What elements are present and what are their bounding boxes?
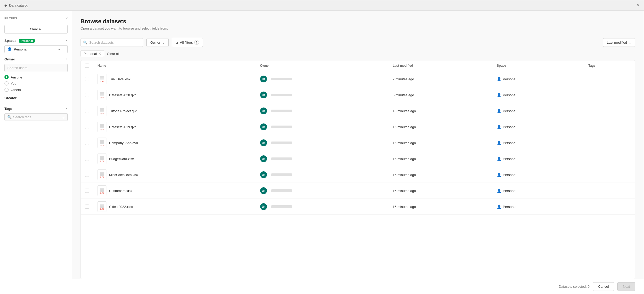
sidebar: FILTERS × Clear all Spaces Personal ∧ 👤 … (0, 11, 72, 294)
spaces-section-title: Spaces (4, 39, 16, 43)
row-owner-cell: JK (256, 183, 389, 199)
spaces-section-header[interactable]: Spaces Personal ∧ (4, 39, 68, 43)
clear-all-button[interactable]: Clear all (4, 25, 68, 33)
row-checkbox[interactable] (85, 205, 89, 209)
last-modified-column-header: Last modified (389, 60, 493, 71)
owner-others-option[interactable]: Others (4, 88, 68, 92)
owner-filter-button[interactable]: Owner ⌄ (146, 38, 169, 47)
sidebar-close-button[interactable]: × (65, 16, 68, 21)
sort-button[interactable]: Last modified ⌄ (603, 38, 635, 47)
row-space-cell: 👤 Personal (493, 199, 584, 215)
row-name-cell: XLSX Cities 2022.xlsx (93, 199, 256, 215)
tags-chevron-icon: ∧ (65, 107, 68, 111)
search-tags-input[interactable] (13, 115, 61, 119)
row-tags-cell (584, 87, 635, 103)
owner-avatar: JK (260, 171, 267, 178)
browse-title: Browse datasets (81, 18, 635, 25)
space-name: Personal (503, 157, 516, 161)
filters-title: FILTERS (4, 17, 17, 20)
row-checkbox-cell (81, 119, 93, 135)
active-filters-bar: Personal ✕ Clear all (72, 50, 644, 60)
browse-subtitle: Open a dataset you want to browse and se… (81, 26, 635, 30)
owner-you-option[interactable]: You (4, 81, 68, 86)
space-icon: 👤 (497, 77, 501, 81)
filter-tag-remove-button[interactable]: ✕ (98, 52, 101, 56)
last-modified-time: 16 minutes ago (393, 189, 416, 193)
space-selector[interactable]: 👤 Personal ● ⌄ (4, 45, 68, 53)
last-modified-time: 16 minutes ago (393, 173, 416, 177)
search-users-input[interactable] (4, 64, 68, 72)
creator-section-header[interactable]: Creator ⌄ (4, 96, 68, 100)
row-space-cell: 👤 Personal (493, 167, 584, 183)
cancel-button[interactable]: Cancel (593, 282, 614, 291)
creator-section-title: Creator (4, 96, 16, 100)
space-icon: 👤 (497, 173, 501, 177)
search-datasets-input[interactable] (81, 38, 143, 47)
row-owner-cell: JK (256, 119, 389, 135)
table-row: XLSX MiscSalesData.xlsx JK 16 minutes ag… (81, 167, 635, 183)
file-name: MiscSalesData.xlsx (109, 173, 139, 177)
row-checkbox[interactable] (85, 141, 89, 145)
space-name: Personal (503, 109, 516, 113)
table-row: QVD Datasets2020.qvd JK 5 minutes ago 👤 … (81, 87, 635, 103)
file-type-icon: QVD (98, 90, 106, 100)
owner-avatar: JK (260, 108, 267, 114)
row-checkbox[interactable] (85, 77, 89, 81)
row-tags-cell (584, 135, 635, 151)
owner-avatar: JK (260, 92, 267, 98)
row-checkbox[interactable] (85, 189, 89, 193)
last-modified-time: 16 minutes ago (393, 109, 416, 113)
tags-dropdown-icon[interactable]: ⌄ (62, 115, 65, 119)
space-clear-icon[interactable]: ● (58, 47, 60, 51)
row-space-cell: 👤 Personal (493, 71, 584, 87)
next-button[interactable]: Next (617, 282, 635, 291)
tags-search-wrap[interactable]: 🔍 ⌄ (4, 113, 68, 121)
space-icon: 👤 (497, 157, 501, 161)
row-owner-cell: JK (256, 103, 389, 119)
select-all-header (81, 60, 93, 71)
space-name: Personal (503, 173, 516, 177)
row-owner-cell: JK (256, 151, 389, 167)
row-time-cell: 16 minutes ago (389, 183, 493, 199)
row-checkbox-cell (81, 199, 93, 215)
row-checkbox[interactable] (85, 109, 89, 113)
table-row: XLSX Cities 2022.xlsx JK 16 minutes ago … (81, 199, 635, 215)
space-person-icon: 👤 (7, 47, 12, 51)
file-name: Datasets2019.qvd (109, 125, 136, 129)
row-owner-cell: JK (256, 87, 389, 103)
row-space-cell: 👤 Personal (493, 119, 584, 135)
table-row: XLSX BudgetData.xlsx JK 16 minutes ago 👤… (81, 151, 635, 167)
file-name: TutorialProject.qvd (109, 109, 137, 113)
row-checkbox-cell (81, 103, 93, 119)
window-close-button[interactable]: × (637, 3, 640, 8)
owner-btn-chevron-icon: ⌄ (162, 41, 165, 44)
owner-column-header: Owner (256, 60, 389, 71)
personal-filter-tag: Personal ✕ (81, 50, 104, 57)
space-icon: 👤 (497, 205, 501, 209)
space-selector-text: Personal (14, 47, 56, 51)
owner-avatar: JK (260, 187, 267, 194)
space-name: Personal (503, 125, 516, 129)
filter-funnel-icon: ◢ (176, 41, 178, 44)
app-logo-icon: ◆ (4, 3, 7, 7)
row-space-cell: 👤 Personal (493, 103, 584, 119)
space-icon: 👤 (497, 93, 501, 97)
row-checkbox[interactable] (85, 173, 89, 177)
row-time-cell: 16 minutes ago (389, 151, 493, 167)
tags-section-header[interactable]: Tags ∧ (4, 107, 68, 111)
space-arrow-icon[interactable]: ⌄ (62, 47, 65, 51)
all-filters-button[interactable]: ◢ All filters 1 (172, 38, 203, 47)
footer: Datasets selected: 0 Cancel Next (72, 279, 644, 294)
row-checkbox[interactable] (85, 125, 89, 129)
row-checkbox[interactable] (85, 93, 89, 97)
select-all-checkbox[interactable] (85, 64, 89, 68)
row-checkbox[interactable] (85, 157, 89, 161)
owner-section-header[interactable]: Owner ∧ (4, 57, 68, 61)
owner-avatar: JK (260, 203, 267, 210)
row-name-cell: XLSX BudgetData.xlsx (93, 151, 256, 167)
owner-anyone-option[interactable]: Anyone (4, 75, 68, 79)
file-type-icon: XLSX (98, 185, 106, 196)
space-icon: 👤 (497, 125, 501, 129)
clear-all-filters-link[interactable]: Clear all (107, 52, 119, 56)
row-space-cell: 👤 Personal (493, 151, 584, 167)
